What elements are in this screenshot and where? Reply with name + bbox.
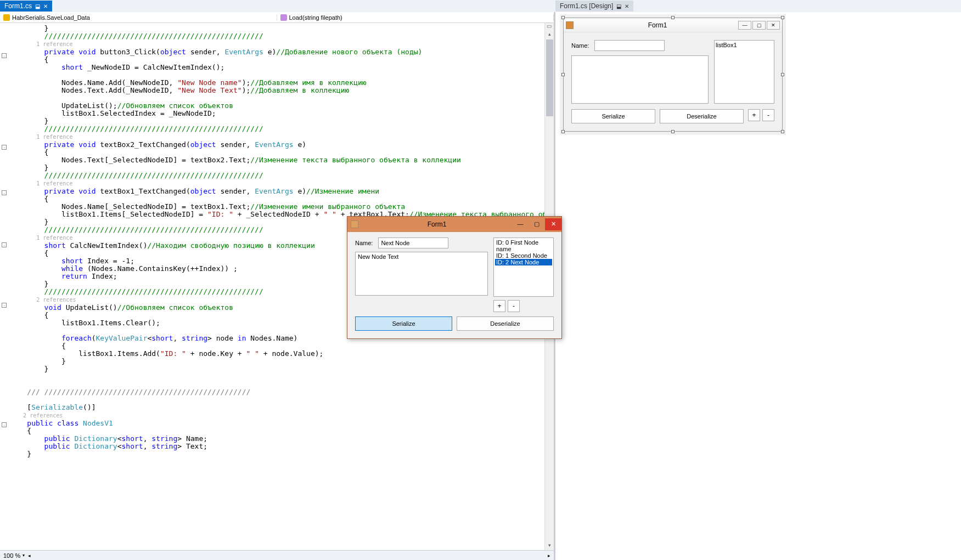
text-area[interactable] [571,55,709,104]
remove-button[interactable]: - [508,300,520,312]
resize-handle[interactable] [671,130,675,133]
tab-code[interactable]: Form1.cs ⬓ ✕ [0,1,52,12]
add-button[interactable]: + [493,300,505,312]
minimize-icon[interactable]: — [512,218,529,230]
app-title: Form1 [362,220,512,228]
list-item[interactable]: ID: 1 Second Node [495,252,552,259]
collapse-icon[interactable]: - [2,145,7,150]
split-icon[interactable]: ▭ [544,23,554,30]
pin-icon[interactable]: ⬓ [616,3,621,9]
resize-handle[interactable] [781,73,784,76]
zoom-level[interactable]: 100 % [3,552,20,559]
chevron-down-icon[interactable]: ▾ [23,553,25,558]
text-area[interactable]: New Node Text [355,252,488,296]
listbox[interactable]: listBox1 [714,40,774,104]
name-label: Name: [571,42,589,49]
resize-handle[interactable] [561,73,565,76]
app-icon [351,220,358,228]
close-icon[interactable]: ✕ [767,21,780,30]
collapse-icon[interactable]: - [2,422,7,427]
resize-handle[interactable] [781,130,784,133]
listbox[interactable]: ID: 0 First Node name ID: 1 Second Node … [493,237,554,297]
form-icon [566,21,574,29]
close-icon[interactable]: ✕ [545,218,561,230]
collapse-icon[interactable]: - [2,190,7,195]
minimize-icon[interactable]: — [738,21,751,30]
name-label: Name: [355,240,373,246]
resize-handle[interactable] [561,16,565,19]
nav-right-icon[interactable]: ▸ [548,553,550,558]
collapse-icon[interactable]: - [2,303,7,308]
maximize-icon[interactable]: ▢ [752,21,766,30]
form-titlebar: Form1 — ▢ ✕ [564,18,782,32]
running-app-window[interactable]: Form1 — ▢ ✕ Name: New Node Text ID: 0 Fi… [347,216,562,339]
class-icon [3,14,10,21]
method-icon [280,14,287,21]
name-input[interactable] [378,237,448,248]
resize-handle[interactable] [561,130,565,133]
breadcrumb-method[interactable]: Load(string filepath) [277,14,554,21]
serialize-button[interactable]: Serialize [355,316,452,331]
scroll-thumb[interactable] [546,39,553,116]
collapse-icon[interactable]: - [2,242,7,247]
breadcrumb-class[interactable]: HabrSerialis.SaveLoad_Data [0,14,277,21]
pin-icon[interactable]: ⬓ [35,3,40,9]
resize-handle[interactable] [671,16,675,19]
scroll-up-icon[interactable]: ▴ [545,30,554,39]
list-item[interactable]: ID: 2 Next Node [495,259,552,265]
collapse-icon[interactable]: - [2,53,7,58]
app-titlebar[interactable]: Form1 — ▢ ✕ [347,217,561,232]
deserialize-button[interactable]: Deserialize [457,316,554,331]
deserialize-button[interactable]: Deserialize [660,109,744,123]
maximize-icon[interactable]: ▢ [529,218,545,230]
breadcrumb: HabrSerialis.SaveLoad_Data Load(string f… [0,12,554,23]
close-icon[interactable]: ✕ [625,3,629,9]
outlining-margin[interactable]: - - - - - - [0,23,10,550]
close-icon[interactable]: ✕ [43,3,48,9]
nav-left-icon[interactable]: ◂ [28,553,31,558]
tab-label: Form1.cs [Design] [560,2,613,10]
name-input[interactable] [594,40,665,51]
form-title: Form1 [577,21,738,29]
list-item[interactable]: ID: 0 First Node name [495,239,552,252]
scroll-down-icon[interactable]: ▾ [545,541,554,550]
form-designer[interactable]: Form1 — ▢ ✕ Name: [563,18,783,132]
add-button[interactable]: + [748,109,760,121]
tab-label: Form1.cs [4,2,32,10]
tab-design[interactable]: Form1.cs [Design] ⬓ ✕ [555,1,633,12]
serialize-button[interactable]: Serialize [571,109,655,123]
remove-button[interactable]: - [762,109,774,121]
resize-handle[interactable] [781,16,784,19]
